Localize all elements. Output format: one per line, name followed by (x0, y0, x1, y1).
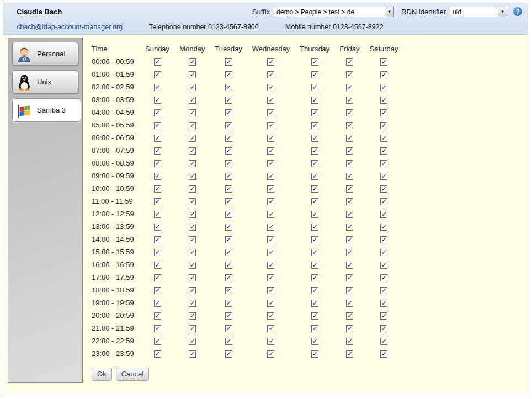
day-checkbox[interactable] (346, 338, 353, 345)
day-checkbox[interactable] (380, 211, 387, 218)
day-checkbox[interactable] (311, 338, 318, 345)
day-checkbox[interactable] (311, 350, 318, 358)
day-checkbox[interactable] (189, 350, 196, 358)
day-checkbox[interactable] (189, 185, 196, 193)
day-checkbox[interactable] (311, 249, 318, 256)
day-checkbox[interactable] (189, 122, 196, 129)
day-checkbox[interactable] (380, 312, 387, 320)
day-checkbox[interactable] (225, 211, 232, 218)
day-checkbox[interactable] (225, 224, 232, 231)
day-checkbox[interactable] (267, 211, 274, 218)
day-checkbox[interactable] (267, 58, 274, 66)
day-checkbox[interactable] (311, 160, 318, 167)
day-checkbox[interactable] (154, 274, 161, 281)
day-checkbox[interactable] (225, 338, 232, 345)
day-checkbox[interactable] (311, 97, 318, 104)
day-checkbox[interactable] (154, 350, 161, 358)
day-checkbox[interactable] (225, 185, 232, 193)
day-checkbox[interactable] (346, 160, 353, 167)
day-checkbox[interactable] (267, 84, 274, 91)
day-checkbox[interactable] (311, 58, 318, 66)
day-checkbox[interactable] (189, 135, 196, 142)
day-checkbox[interactable] (346, 122, 353, 129)
day-checkbox[interactable] (267, 350, 274, 358)
day-checkbox[interactable] (346, 97, 353, 104)
day-checkbox[interactable] (346, 173, 353, 180)
day-checkbox[interactable] (225, 122, 232, 129)
day-checkbox[interactable] (380, 173, 387, 180)
help-icon[interactable]: ? (513, 7, 522, 16)
day-checkbox[interactable] (346, 71, 353, 78)
day-checkbox[interactable] (154, 173, 161, 180)
day-checkbox[interactable] (380, 160, 387, 167)
cancel-button[interactable]: Cancel (116, 368, 149, 381)
day-checkbox[interactable] (189, 249, 196, 256)
day-checkbox[interactable] (225, 97, 232, 104)
day-checkbox[interactable] (311, 325, 318, 332)
day-checkbox[interactable] (346, 300, 353, 307)
day-checkbox[interactable] (225, 274, 232, 281)
day-checkbox[interactable] (154, 135, 161, 142)
day-checkbox[interactable] (311, 122, 318, 129)
day-checkbox[interactable] (267, 173, 274, 180)
day-checkbox[interactable] (346, 236, 353, 243)
day-checkbox[interactable] (267, 236, 274, 243)
day-checkbox[interactable] (154, 58, 161, 66)
day-checkbox[interactable] (267, 109, 274, 116)
tab-samba3[interactable]: Samba 3 (12, 98, 81, 122)
day-checkbox[interactable] (380, 262, 387, 269)
day-checkbox[interactable] (267, 122, 274, 129)
day-checkbox[interactable] (267, 325, 274, 332)
day-checkbox[interactable] (380, 274, 387, 281)
day-checkbox[interactable] (346, 224, 353, 231)
day-checkbox[interactable] (311, 198, 318, 205)
day-checkbox[interactable] (154, 338, 161, 345)
day-checkbox[interactable] (311, 300, 318, 307)
day-checkbox[interactable] (189, 71, 196, 78)
tab-unix[interactable]: Unix (12, 70, 78, 94)
suffix-select[interactable]: demo > People > test > de ▼ (274, 7, 394, 17)
day-checkbox[interactable] (346, 58, 353, 66)
day-checkbox[interactable] (154, 71, 161, 78)
day-checkbox[interactable] (267, 287, 274, 294)
day-checkbox[interactable] (154, 224, 161, 231)
day-checkbox[interactable] (225, 287, 232, 294)
day-checkbox[interactable] (380, 71, 387, 78)
day-checkbox[interactable] (267, 97, 274, 104)
day-checkbox[interactable] (380, 135, 387, 142)
day-checkbox[interactable] (380, 198, 387, 205)
day-checkbox[interactable] (154, 147, 161, 155)
day-checkbox[interactable] (189, 300, 196, 307)
day-checkbox[interactable] (311, 312, 318, 320)
day-checkbox[interactable] (346, 350, 353, 358)
day-checkbox[interactable] (267, 312, 274, 320)
day-checkbox[interactable] (189, 160, 196, 167)
day-checkbox[interactable] (380, 249, 387, 256)
day-checkbox[interactable] (380, 224, 387, 231)
day-checkbox[interactable] (225, 312, 232, 320)
day-checkbox[interactable] (311, 287, 318, 294)
day-checkbox[interactable] (189, 312, 196, 320)
day-checkbox[interactable] (225, 147, 232, 155)
day-checkbox[interactable] (154, 249, 161, 256)
day-checkbox[interactable] (346, 135, 353, 142)
day-checkbox[interactable] (189, 262, 196, 269)
day-checkbox[interactable] (311, 262, 318, 269)
day-checkbox[interactable] (225, 58, 232, 66)
day-checkbox[interactable] (346, 211, 353, 218)
day-checkbox[interactable] (225, 236, 232, 243)
day-checkbox[interactable] (380, 236, 387, 243)
day-checkbox[interactable] (225, 350, 232, 358)
day-checkbox[interactable] (346, 84, 353, 91)
day-checkbox[interactable] (225, 71, 232, 78)
day-checkbox[interactable] (267, 135, 274, 142)
day-checkbox[interactable] (225, 198, 232, 205)
rdn-identifier-select[interactable]: uid ▼ (450, 7, 507, 17)
ok-button[interactable]: Ok (92, 368, 112, 381)
day-checkbox[interactable] (311, 185, 318, 193)
day-checkbox[interactable] (380, 147, 387, 155)
day-checkbox[interactable] (154, 185, 161, 193)
day-checkbox[interactable] (225, 262, 232, 269)
day-checkbox[interactable] (311, 147, 318, 155)
day-checkbox[interactable] (267, 147, 274, 155)
